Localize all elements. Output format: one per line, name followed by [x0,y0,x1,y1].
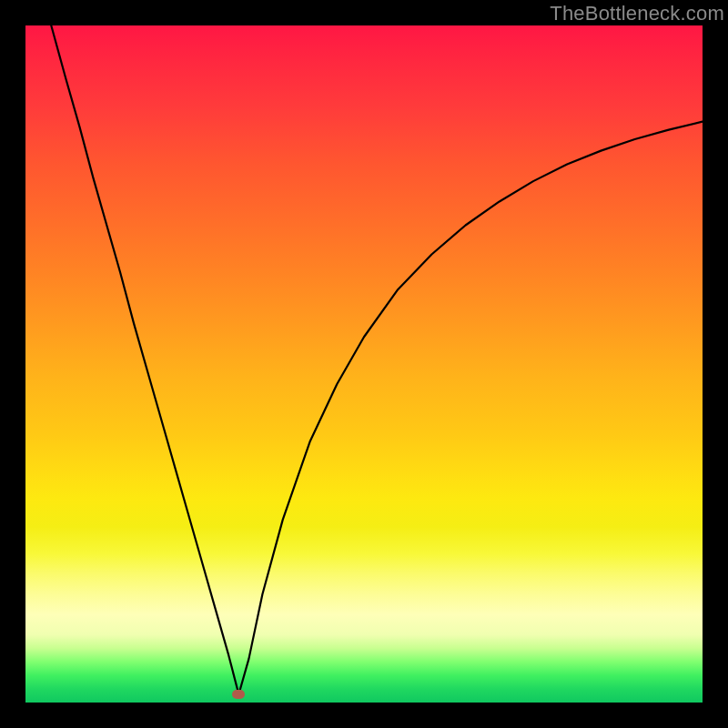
chart-gradient-background [25,25,703,703]
watermark-text: TheBottleneck.com [550,2,724,25]
